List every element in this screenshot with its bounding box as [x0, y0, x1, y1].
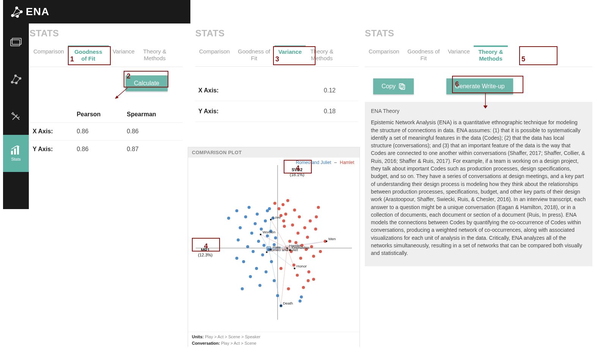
callout-6: 6	[452, 76, 523, 93]
svg-point-50	[249, 275, 252, 278]
svg-point-60	[262, 244, 265, 247]
tab-comparison[interactable]: Comparison	[30, 45, 68, 67]
logo-network-icon	[10, 5, 24, 19]
stats-panel-theory-methods: STATS Comparison Goodness of Fit Varianc…	[365, 28, 592, 266]
svg-point-98	[303, 226, 306, 229]
tab-comparison[interactable]: Comparison	[195, 45, 234, 66]
stats-icon	[10, 145, 22, 155]
svg-point-55	[256, 212, 259, 216]
svg-text:Death: Death	[283, 301, 293, 305]
tab-theory-methods[interactable]: Theory & Methods	[474, 45, 508, 67]
svg-point-95	[299, 257, 302, 260]
tools-icon	[11, 111, 21, 122]
table-row: X Axis: 0.86 0.86	[30, 123, 183, 141]
cell-value: 0.86	[124, 123, 183, 141]
row-label: Y Axis:	[30, 141, 74, 158]
svg-point-48	[246, 245, 249, 248]
svg-point-15	[11, 81, 13, 83]
arrow-icon	[483, 93, 488, 111]
svg-point-103	[310, 245, 313, 248]
column-header-pearson: Pearson	[74, 106, 124, 123]
svg-point-89	[292, 264, 295, 267]
svg-point-109	[287, 287, 290, 290]
svg-point-104	[312, 255, 315, 258]
svg-point-106	[317, 206, 320, 209]
network-icon	[10, 74, 22, 84]
svg-line-40	[269, 249, 281, 306]
svg-point-56	[257, 240, 260, 243]
theory-heading: ENA Theory	[371, 107, 586, 115]
svg-point-93	[297, 232, 300, 235]
svg-rect-131	[294, 268, 295, 269]
cell-value: 0.86	[74, 123, 124, 141]
callout-5: 5	[519, 46, 557, 65]
svg-text:Honor: Honor	[297, 264, 307, 268]
svg-point-16	[15, 75, 17, 77]
svg-point-83	[283, 225, 286, 228]
row-label: Y Axis:	[198, 108, 218, 115]
svg-text:Romeo and Juliet: Romeo and Juliet	[269, 248, 298, 252]
svg-point-49	[248, 206, 251, 209]
svg-point-102	[309, 219, 312, 222]
svg-point-52	[251, 250, 254, 253]
sidebar-item-projects[interactable]	[3, 23, 29, 61]
panel-title: STATS	[365, 28, 592, 39]
svg-line-41	[281, 248, 287, 306]
copy-button[interactable]: Copy	[373, 78, 414, 94]
svg-point-7	[20, 11, 22, 13]
svg-rect-136	[401, 85, 405, 89]
svg-point-101	[307, 270, 310, 273]
sidebar-item-network[interactable]	[3, 61, 29, 98]
svg-point-113	[315, 216, 318, 219]
svg-text:Men: Men	[328, 237, 336, 241]
theory-body: Epistemic Network Analysis (ENA) is a qu…	[371, 119, 586, 257]
copy-icon	[399, 83, 405, 90]
tab-variance[interactable]: Variance	[444, 45, 474, 67]
plot-footer: Units: Play > Act > Scene > Speaker Conv…	[188, 332, 360, 349]
table-row: Y Axis: 0.18	[195, 101, 358, 122]
tab-comparison[interactable]: Comparison	[365, 45, 403, 67]
sidebar-item-stats[interactable]: Stats	[3, 135, 29, 172]
sidebar: Stats	[3, 23, 29, 209]
svg-point-86	[288, 240, 291, 243]
svg-point-97	[302, 286, 305, 289]
svg-point-63	[266, 234, 269, 237]
callout-4b: 4	[192, 238, 220, 252]
svg-point-111	[282, 219, 285, 222]
svg-point-88	[291, 223, 294, 227]
tab-goodness-of-fit[interactable]: Goodness of Fit	[403, 45, 444, 67]
svg-point-17	[19, 78, 21, 80]
svg-rect-19	[11, 151, 13, 155]
svg-point-80	[278, 207, 281, 210]
folders-icon	[10, 37, 22, 47]
svg-point-8	[16, 15, 19, 17]
svg-point-114	[307, 279, 310, 282]
svg-point-82	[281, 203, 284, 206]
cell-value: 0.87	[124, 141, 183, 158]
svg-rect-119	[260, 234, 261, 235]
panel-title: STATS	[30, 28, 183, 39]
table-row: X Axis: 0.12	[195, 80, 358, 101]
svg-point-74	[235, 257, 238, 260]
stats-tabs: Comparison Goodness of Fit Variance Theo…	[365, 45, 592, 67]
svg-point-78	[300, 295, 303, 298]
tab-goodness-of-fit[interactable]: Goodness of Fit	[234, 45, 275, 66]
tab-theory-methods[interactable]: Theory & Methods	[138, 45, 171, 67]
svg-point-53	[254, 222, 257, 225]
svg-point-85	[286, 199, 289, 202]
stats-panel-variance: STATS Comparison Goodness of Fit Varianc…	[195, 28, 358, 122]
svg-point-100	[306, 236, 309, 239]
cell-value: 0.12	[324, 87, 336, 94]
svg-point-92	[296, 274, 299, 277]
app-header: ENA	[3, 0, 190, 23]
svg-point-61	[264, 219, 267, 222]
tab-variance[interactable]: Variance	[109, 45, 138, 67]
svg-point-47	[244, 216, 247, 219]
svg-rect-117	[270, 219, 272, 220]
sidebar-item-tools[interactable]	[3, 98, 29, 135]
svg-point-6	[16, 7, 18, 9]
svg-point-79	[273, 202, 276, 205]
callout-3: 3	[273, 46, 316, 65]
svg-point-71	[276, 294, 279, 297]
svg-point-51	[250, 232, 253, 235]
